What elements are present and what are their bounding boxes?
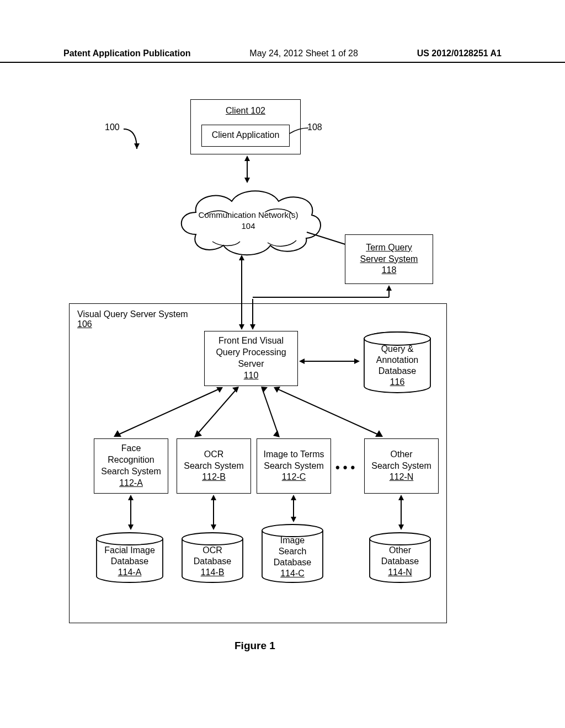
svg-marker-2	[244, 156, 250, 161]
client-app-ref-leader	[289, 126, 311, 137]
header-left: Patent Application Publication	[63, 49, 191, 58]
vq-ref: 106	[77, 319, 439, 329]
arrow-frontend-qadb	[298, 356, 361, 367]
ocrdb-ref: 114-B	[201, 567, 225, 578]
term-query-l2: Server System	[360, 254, 418, 265]
svg-marker-23	[232, 387, 239, 393]
system-ref-label: 100	[105, 122, 120, 132]
figure-caption: Figure 1	[234, 640, 275, 652]
img-l2: Search System	[264, 461, 323, 472]
cloud-label-line1: Communication Network(s)	[174, 210, 323, 221]
svg-marker-16	[354, 358, 360, 364]
imgdb-l2: Search	[279, 546, 307, 557]
ocr-db: OCR Database 114-B	[179, 532, 246, 585]
svg-marker-32	[128, 495, 134, 500]
ocrdb-l2: Database	[194, 556, 232, 567]
frontend-l2: Query Processing	[216, 347, 286, 358]
imgdb-ref: 114-C	[280, 568, 305, 579]
ocr-search-box: OCR Search System 112-B	[177, 438, 251, 494]
facedb-l2: Database	[111, 556, 149, 567]
svg-marker-38	[291, 495, 296, 500]
svg-line-22	[196, 388, 237, 436]
header-mid: May 24, 2012 Sheet 1 of 28	[249, 49, 358, 58]
other-ref: 112-N	[390, 472, 414, 483]
face-db: Facial Image Database 114-A	[94, 532, 166, 585]
svg-marker-0	[134, 143, 140, 149]
term-query-ref: 118	[382, 265, 397, 276]
img-l1: Image to Terms	[264, 449, 324, 461]
other-db: Other Database 114-N	[367, 532, 433, 585]
arrows-frontend-fanout	[94, 385, 403, 440]
img-db: Image Search Database 114-C	[259, 524, 326, 585]
frontend-l3: Server	[238, 358, 264, 370]
svg-marker-39	[291, 517, 296, 522]
svg-marker-33	[128, 524, 134, 530]
svg-marker-27	[273, 430, 280, 437]
client-application-box: Client Application	[201, 125, 290, 147]
img-search-box: Image to Terms Search System 112-C	[257, 438, 331, 494]
svg-marker-7	[239, 255, 244, 260]
face-l3: Search System	[101, 466, 161, 478]
frontend-ref: 110	[244, 370, 259, 382]
cloud-label-line2: 104	[174, 221, 323, 232]
qadb-ref: 116	[390, 377, 405, 388]
face-ref: 112-A	[119, 478, 143, 489]
svg-marker-41	[398, 495, 404, 500]
qadb-l1: Query &	[381, 344, 414, 355]
svg-line-25	[262, 388, 279, 436]
client-title: Client 102	[226, 105, 265, 117]
system-ref-arrow	[120, 127, 142, 154]
face-l2: Recognition	[108, 454, 154, 466]
page-header: Patent Application Publication May 24, 2…	[0, 49, 565, 63]
facedb-ref: 114-A	[118, 567, 142, 578]
svg-marker-12	[386, 285, 392, 291]
imgdb-l3: Database	[274, 557, 312, 568]
svg-line-28	[276, 388, 381, 436]
arrow-termquery-frontend-elbow	[253, 284, 393, 301]
diagram-root: 100 Client 102 Client Application 108 Co…	[63, 83, 502, 645]
ocrdb-l1: OCR	[202, 545, 222, 556]
qadb-l2: Annotation	[376, 355, 419, 366]
term-query-l1: Term Query	[366, 242, 412, 254]
client-box: Client 102 Client Application	[190, 99, 301, 154]
arrow-face-db	[125, 494, 136, 532]
query-annotation-db: Query & Annotation Database 116	[361, 331, 433, 394]
arrow-other-db	[396, 494, 407, 532]
svg-marker-24	[194, 430, 202, 437]
face-search-box: Face Recognition Search System 112-A	[94, 438, 168, 494]
other-l2: Search System	[371, 461, 431, 472]
frontend-l1: Front End Visual	[218, 335, 284, 347]
ocr-l1: OCR	[204, 449, 224, 461]
otherdb-l1: Other	[389, 545, 411, 556]
facedb-l1: Facial Image	[104, 545, 155, 556]
svg-marker-26	[261, 387, 268, 393]
arrow-img-db	[288, 494, 299, 524]
frontend-server-box: Front End Visual Query Processing Server…	[204, 331, 298, 386]
ellipsis-dots: •••	[335, 461, 358, 475]
img-ref: 112-C	[282, 472, 306, 483]
svg-marker-36	[211, 524, 216, 530]
face-l1: Face	[121, 443, 141, 454]
ocr-ref: 112-B	[202, 472, 226, 483]
ocr-l2: Search System	[184, 461, 243, 472]
otherdb-l2: Database	[381, 556, 419, 567]
client-application-label: Client Application	[212, 130, 280, 141]
other-l1: Other	[390, 449, 412, 461]
svg-marker-35	[211, 495, 216, 500]
other-search-box: Other Search System 112-N	[364, 438, 439, 494]
term-query-box: Term Query Server System 118	[345, 234, 433, 284]
svg-marker-15	[299, 358, 305, 364]
network-cloud: Communication Network(s) 104	[174, 182, 323, 259]
svg-line-19	[116, 388, 221, 436]
vq-title: Visual Query Server System	[77, 309, 439, 319]
otherdb-ref: 114-N	[388, 567, 412, 578]
svg-marker-42	[398, 524, 404, 530]
arrow-client-cloud	[242, 154, 253, 184]
arrow-ocr-db	[208, 494, 219, 532]
header-right: US 2012/0128251 A1	[417, 49, 502, 58]
imgdb-l1: Image	[280, 535, 305, 546]
qadb-l3: Database	[379, 366, 417, 377]
